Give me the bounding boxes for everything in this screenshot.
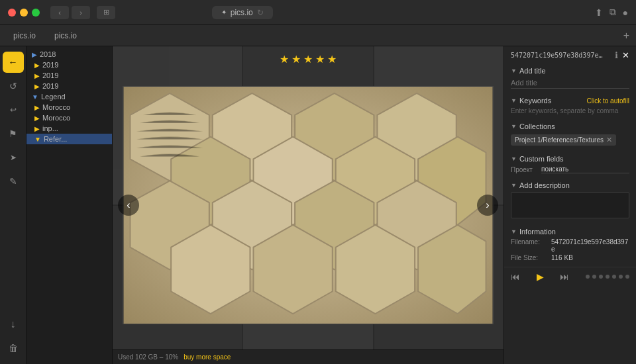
prev-control-button[interactable]: ⏮ <box>511 271 520 282</box>
close-panel-icon[interactable]: ✕ <box>622 50 629 60</box>
send-icon[interactable]: ➤ <box>3 147 24 168</box>
dot-6 <box>619 275 623 279</box>
status-bar: Used 102 GB – 10% buy more space <box>113 349 504 364</box>
minimize-button[interactable] <box>20 9 28 17</box>
description-label: Add description <box>519 181 570 189</box>
download-icon[interactable]: ↓ <box>3 314 24 335</box>
panel-top: 5472071c19e597e38d397ea2addc7 ℹ ✕ <box>504 46 636 63</box>
dot-3 <box>599 275 603 279</box>
maximize-button[interactable] <box>32 9 40 17</box>
collections-label: Collections <box>519 122 555 130</box>
main-image <box>123 86 494 324</box>
title-section: ▼ Add title <box>504 63 636 93</box>
info-filename-row: Filename: 5472071c19e597e38d397e <box>511 238 629 253</box>
main-layout: ← ↺ ↩ ⚑ ➤ ✎ ↓ 🗑 ▶ 2018 ▶ 2019 ▶ 2019 ▶ 2… <box>0 46 636 364</box>
tree-item[interactable]: ▶ Morocco <box>26 113 112 123</box>
tree-item[interactable]: ▶ 2019 <box>26 81 112 91</box>
tab-1[interactable]: pics.io <box>7 28 42 43</box>
prev-image-button[interactable]: ‹ <box>118 195 139 216</box>
dot-5 <box>612 275 616 279</box>
tree-item[interactable]: ▶ 2018 <box>26 49 112 60</box>
cf-input[interactable] <box>541 165 629 173</box>
filename-label: Filename: <box>511 238 547 253</box>
custom-field-row: Проект <box>511 165 629 173</box>
tree-item[interactable]: ▶ 2019 <box>26 60 112 70</box>
panel-filename: 5472071c19e597e38d397ea2addc7 <box>511 52 604 59</box>
dot-indicators <box>586 275 629 279</box>
file-tree: ▶ 2018 ▶ 2019 ▶ 2019 ▶ 2019 ▼ Legend ▶ M… <box>26 46 113 364</box>
tab-grid-button[interactable]: ⊞ <box>97 6 115 19</box>
account-icon[interactable]: ● <box>623 7 628 18</box>
tab-controls: + <box>623 30 629 42</box>
bottom-controls: ⏮ ▶ ⏭ <box>504 267 636 286</box>
triangle-icon: ▼ <box>511 156 517 162</box>
title-input[interactable] <box>511 77 629 89</box>
back-nav-button[interactable]: ‹ <box>50 6 69 19</box>
storage-info: Used 102 GB – 10% <box>118 353 178 361</box>
next-control-button[interactable]: ⏭ <box>560 271 569 282</box>
keywords-section: ▼ Keywords Click to autofill Enter keywo… <box>504 93 636 118</box>
star-rating[interactable]: ★ ★ ★ ★ ★ <box>280 53 337 66</box>
triangle-icon: ▼ <box>511 123 517 130</box>
tree-item[interactable]: ▶ Morocco <box>26 102 112 113</box>
custom-fields-header[interactable]: ▼ Custom fields <box>511 155 629 163</box>
tab-bar: pics.io pics.io + <box>0 25 636 46</box>
next-image-button[interactable]: › <box>477 195 498 216</box>
close-button[interactable] <box>8 9 16 17</box>
left-sidebar: ← ↺ ↩ ⚑ ➤ ✎ ↓ 🗑 <box>0 46 26 364</box>
info-filesize-row: File Size: 116 KB <box>511 254 629 261</box>
tree-item[interactable]: ▶ 2019 <box>26 70 112 81</box>
dot-2 <box>592 275 596 279</box>
information-section: ▼ Information Filename: 5472071c19e597e3… <box>504 224 636 267</box>
collection-tag-text: Project 1/References/Textures <box>515 136 604 144</box>
collections-section: ▼ Collections Project 1/References/Textu… <box>504 118 636 151</box>
triangle-icon: ▼ <box>511 68 517 74</box>
back-icon[interactable]: ← <box>3 52 24 73</box>
information-header[interactable]: ▼ Information <box>511 228 629 236</box>
tree-item-selected[interactable]: ▼ Refer... <box>26 134 112 144</box>
nav-buttons: ‹ › <box>50 6 90 19</box>
forward-nav-button[interactable]: › <box>72 6 90 19</box>
custom-fields-label: Custom fields <box>519 155 564 163</box>
title-bar: ‹ › ⊞ ✦ pics.io ↻ ⬆ ⧉ ● <box>0 0 636 25</box>
delete-icon[interactable]: 🗑 <box>3 338 24 359</box>
collection-tag-container: Project 1/References/Textures ✕ <box>511 133 629 147</box>
flag-icon[interactable]: ⚑ <box>3 123 24 144</box>
play-button[interactable]: ▶ <box>537 271 544 282</box>
dot-4 <box>606 275 610 279</box>
filesize-value: 116 KB <box>551 254 573 261</box>
description-header[interactable]: ▼ Add description <box>511 181 629 189</box>
traffic-lights <box>0 9 40 17</box>
refresh-icon[interactable]: ↺ <box>3 75 24 97</box>
undo-icon[interactable]: ↩ <box>3 99 24 120</box>
keywords-hint: Enter keywords, separate by comma <box>511 107 629 114</box>
remove-tag-button[interactable]: ✕ <box>606 136 612 144</box>
cf-label: Проект <box>511 166 537 173</box>
duplicate-icon[interactable]: ⧉ <box>610 7 616 18</box>
description-section: ▼ Add description <box>504 177 636 224</box>
triangle-icon: ▼ <box>511 97 517 104</box>
info-icon[interactable]: ℹ <box>615 50 618 60</box>
address-bar-text: pics.io <box>231 8 253 17</box>
keywords-section-header[interactable]: ▼ Keywords Click to autofill <box>511 97 629 105</box>
tree-item[interactable]: ▶ inp... <box>26 123 112 134</box>
filename-value: 5472071c19e597e38d397e <box>551 238 629 253</box>
description-textarea[interactable] <box>511 192 629 218</box>
tree-item[interactable]: ▼ Legend <box>26 91 112 102</box>
triangle-icon: ▼ <box>511 228 517 235</box>
autofill-button[interactable]: Click to autofill <box>587 97 629 105</box>
edit-icon[interactable]: ✎ <box>3 171 24 192</box>
triangle-icon: ▼ <box>511 182 517 189</box>
share-icon[interactable]: ⬆ <box>595 7 603 18</box>
right-panel: 5472071c19e597e38d397ea2addc7 ℹ ✕ ▼ Add … <box>504 46 636 364</box>
collections-section-header[interactable]: ▼ Collections <box>511 122 629 130</box>
buy-space-link[interactable]: buy more space <box>184 353 231 361</box>
title-section-header[interactable]: ▼ Add title <box>511 67 629 75</box>
dot-7 <box>625 275 629 279</box>
new-tab-button[interactable]: + <box>623 30 629 42</box>
panel-icon-row: ℹ ✕ <box>615 50 629 60</box>
information-label: Information <box>519 228 556 236</box>
tab-2[interactable]: pics.io <box>48 28 83 43</box>
keywords-label: Keywords <box>519 97 551 105</box>
title-section-label: Add title <box>519 67 546 75</box>
